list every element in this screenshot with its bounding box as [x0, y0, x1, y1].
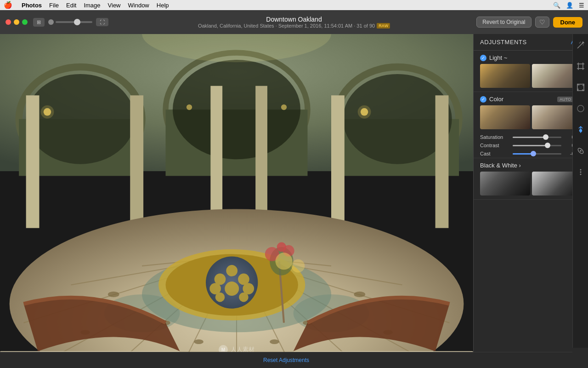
contrast-label: Contrast	[480, 143, 510, 148]
maximize-button[interactable]	[22, 19, 28, 25]
svg-point-21	[281, 104, 287, 110]
minimize-button[interactable]	[14, 19, 19, 25]
svg-point-104	[577, 105, 584, 112]
svg-point-80	[277, 242, 287, 252]
svg-point-19	[358, 105, 371, 119]
apple-menu[interactable]: 🍎	[4, 1, 12, 9]
menu-window[interactable]: Window	[128, 2, 149, 9]
saturation-track[interactable]	[513, 137, 561, 138]
bw-section-title[interactable]: Black & White ›	[480, 162, 582, 169]
zoom-track[interactable]	[56, 21, 92, 23]
view-toggle[interactable]: ⊞	[33, 18, 45, 27]
saturation-slider-row: Saturation 0.35	[474, 133, 588, 141]
svg-point-6	[173, 60, 300, 159]
menu-items: File Edit Image View Window Help	[49, 2, 169, 9]
favorite-button[interactable]: ♡	[535, 17, 549, 28]
cast-label: Cast	[480, 151, 510, 156]
saturation-thumb[interactable]	[543, 134, 548, 140]
svg-rect-13	[255, 86, 267, 228]
svg-point-109	[580, 169, 581, 171]
photo-area[interactable]: M 人人素材 Linkedin	[0, 34, 473, 368]
photo-subtitle: Oakland, California, United States · Sep…	[198, 23, 390, 29]
contrast-track[interactable]	[513, 145, 561, 146]
bw-thumb-1[interactable]	[480, 172, 530, 196]
svg-point-39	[108, 292, 119, 297]
transform-icon[interactable]	[575, 82, 586, 93]
window-title-group: Downtown Oakland Oakland, California, Un…	[198, 16, 390, 29]
svg-rect-94	[578, 64, 583, 69]
menu-bar: 🍎 Photos File Edit Image View Window Hel…	[0, 0, 588, 10]
bandaid-icon[interactable]	[575, 145, 586, 156]
crop-icon[interactable]	[575, 61, 586, 72]
photo-canvas	[0, 34, 473, 368]
svg-point-56	[215, 293, 225, 302]
photo-location-date: Oakland, California, United States · Sep…	[198, 23, 375, 29]
svg-point-110	[580, 172, 581, 173]
cast-track[interactable]	[513, 153, 561, 155]
photo-title: Downtown Oakland	[198, 16, 390, 23]
revert-button[interactable]: Revert to Original	[476, 17, 531, 28]
menu-edit[interactable]: Edit	[66, 2, 76, 9]
saturation-fill	[513, 137, 546, 138]
color-auto-badge[interactable]: AUTO	[557, 97, 573, 102]
svg-point-3	[26, 74, 135, 164]
right-tool-icons	[572, 34, 588, 348]
menu-image[interactable]: Image	[84, 2, 100, 9]
user-icon[interactable]: 👤	[566, 2, 573, 9]
main-content: M 人人素材 Linkedin ADJUSTMENTS Add ✓ Light …	[0, 34, 588, 368]
light-enabled-check[interactable]: ✓	[480, 55, 486, 61]
app-menu-photos[interactable]: Photos	[22, 2, 42, 9]
light-section-title[interactable]: Light ~	[489, 54, 582, 61]
titlebar-right-controls: Revert to Original ♡ Done	[476, 17, 582, 28]
saturation-label: Saturation	[480, 134, 510, 140]
cast-slider-row: Cast -0.51	[474, 150, 588, 158]
svg-point-20	[187, 104, 192, 110]
menu-view[interactable]: View	[108, 2, 121, 9]
panel-title: ADJUSTMENTS	[480, 39, 527, 46]
svg-point-57	[239, 293, 249, 302]
zoom-slider[interactable]	[48, 19, 92, 25]
done-button[interactable]: Done	[553, 17, 583, 28]
fullscreen-button[interactable]: ⛶	[96, 18, 108, 26]
panel-header: ADJUSTMENTS Add	[474, 34, 588, 51]
menu-file[interactable]: File	[49, 2, 59, 9]
contrast-thumb[interactable]	[545, 143, 550, 148]
cast-thumb[interactable]	[531, 151, 536, 156]
svg-point-45	[194, 339, 204, 344]
light-thumb-before[interactable]	[480, 64, 530, 88]
zoom-min-icon	[48, 19, 54, 25]
magic-wand-icon[interactable]	[575, 40, 586, 51]
contrast-fill	[513, 145, 548, 146]
svg-point-111	[580, 174, 581, 175]
circle-filter-icon[interactable]	[575, 103, 586, 114]
svg-rect-15	[435, 95, 449, 228]
menu-help[interactable]: Help	[157, 2, 169, 9]
reset-row: Reset Adjustments	[0, 352, 572, 368]
list-icon[interactable]: ☰	[579, 2, 584, 9]
reset-adjustments-button[interactable]: Reset Adjustments	[263, 357, 309, 363]
more-options-icon[interactable]	[575, 167, 586, 178]
svg-point-105	[579, 130, 582, 132]
panel-scroll: ✓ Light ~ ✓ Color AUTO	[474, 51, 588, 368]
svg-point-46	[270, 339, 279, 344]
bw-thumbnails	[474, 172, 588, 199]
zoom-thumb[interactable]	[74, 19, 80, 25]
search-icon[interactable]: 🔍	[553, 2, 560, 9]
adjustments-icon[interactable]	[575, 124, 586, 135]
bw-section-header: Black & White ›	[474, 158, 588, 172]
svg-rect-10	[26, 95, 40, 228]
color-section-title[interactable]: Color	[489, 96, 554, 103]
color-enabled-check[interactable]: ✓	[480, 96, 486, 103]
svg-point-50	[226, 265, 237, 276]
color-section: ✓ Color AUTO ▲ Saturation	[474, 92, 588, 158]
close-button[interactable]	[6, 19, 11, 25]
raw-badge: RAW	[377, 23, 390, 29]
menubar-right: 🔍 👤 ☰	[553, 2, 584, 9]
svg-point-40	[354, 292, 365, 297]
color-section-header: ✓ Color AUTO ▲	[474, 92, 588, 105]
color-thumb-before[interactable]	[480, 105, 530, 129]
light-thumbnails	[474, 64, 588, 92]
color-thumbnails	[474, 105, 588, 133]
svg-rect-11	[130, 95, 143, 228]
svg-point-81	[275, 253, 292, 270]
